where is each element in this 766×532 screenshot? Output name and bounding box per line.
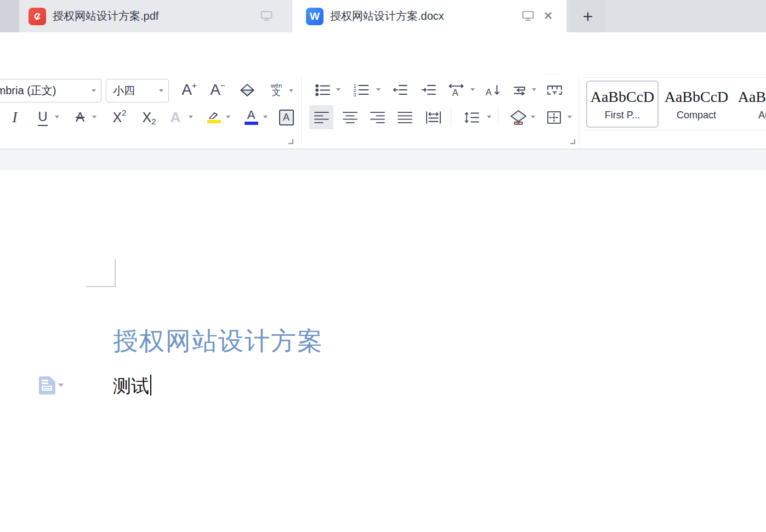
wps-writer-icon: W xyxy=(306,8,324,25)
phonetic-guide-pinyin-icon[interactable]: wén 文 xyxy=(265,78,287,102)
numbered-list-button[interactable]: 123 xyxy=(348,78,374,102)
presentation-monitor-icon[interactable] xyxy=(260,10,273,24)
sort-button[interactable]: A xyxy=(480,78,506,102)
highlight-color-button[interactable] xyxy=(202,105,226,129)
ribbon-menu-bar: » 开始 插入 页面布局 引用 审阅 视图 章节 Zotero 开发工具 › 查… xyxy=(0,32,766,74)
group-divider xyxy=(301,78,302,145)
character-scale-caret[interactable] xyxy=(470,88,475,91)
highlight-color-swatch xyxy=(207,120,221,123)
numbered-list-caret[interactable] xyxy=(376,88,381,91)
font-color-button[interactable]: A xyxy=(239,105,263,129)
strikethrough-button[interactable]: A xyxy=(69,105,91,129)
paragraph-layout-caret[interactable] xyxy=(58,384,64,387)
character-border-button[interactable]: A xyxy=(275,105,297,129)
underline-button[interactable]: U xyxy=(32,105,54,129)
borders-caret[interactable] xyxy=(568,116,572,118)
decrease-font-size-button[interactable]: A− xyxy=(205,78,230,102)
docx-tab-title: 授权网站设计方案.docx xyxy=(330,9,444,24)
wrap-marks-button[interactable] xyxy=(508,78,532,102)
paragraph-layout-icon[interactable] xyxy=(39,376,55,394)
document-tab-bar: 授权网站设计方案.pdf W 授权网站设计方案.docx ✕ + xyxy=(0,0,766,32)
svg-text:3: 3 xyxy=(353,92,356,97)
highlighter-pen-icon xyxy=(207,112,220,119)
align-right-button[interactable] xyxy=(365,105,389,129)
shading-caret[interactable] xyxy=(531,116,535,118)
pdf-tab-title: 授权网站设计方案.pdf xyxy=(53,9,158,24)
close-tab-icon[interactable]: ✕ xyxy=(543,8,553,24)
new-tab-button[interactable]: + xyxy=(570,0,605,32)
increase-font-size-button[interactable]: A+ xyxy=(177,78,202,102)
font-size-value: 小四 xyxy=(106,83,159,98)
superscript-button[interactable]: X2 xyxy=(106,105,133,129)
paragraph-group-dialog-launcher[interactable] xyxy=(570,139,575,144)
line-spacing-caret[interactable] xyxy=(487,116,491,118)
styles-gallery: AaBbCcD First P... AaBbCcD Compact AaBbC… xyxy=(583,77,766,130)
bullet-list-caret[interactable] xyxy=(336,88,341,91)
subscript-button[interactable]: X2 xyxy=(136,105,162,129)
shading-button[interactable] xyxy=(506,105,531,129)
small-divider xyxy=(498,108,498,127)
home-ribbon: Cambria (正文) 小四 A+ A− wén 文 I U xyxy=(0,74,766,149)
font-size-combo[interactable]: 小四 xyxy=(106,79,169,102)
wps-writer-window: 授权网站设计方案.pdf W 授权网站设计方案.docx ✕ + » 开始 插入 xyxy=(0,0,766,532)
small-divider xyxy=(451,108,451,127)
pinyin-caret[interactable] xyxy=(289,89,293,92)
bullet-list-button[interactable] xyxy=(310,78,334,102)
text-effects-caret[interactable] xyxy=(189,116,193,118)
tab-pdf-document[interactable]: 授权网站设计方案.pdf xyxy=(19,0,292,32)
tab-ruler-button[interactable] xyxy=(542,78,567,102)
decrease-indent-button[interactable] xyxy=(388,78,412,102)
page-margin-corner-mark xyxy=(87,286,116,287)
underline-caret[interactable] xyxy=(55,116,59,118)
clear-formatting-eraser-icon[interactable] xyxy=(235,78,260,102)
style-item-compact[interactable]: AaBbCcD Compact xyxy=(660,81,733,128)
font-name-value: Cambria (正文) xyxy=(0,83,92,98)
presentation-monitor-icon[interactable] xyxy=(522,10,535,24)
increase-indent-button[interactable] xyxy=(417,78,441,102)
strikethrough-caret[interactable] xyxy=(92,116,97,118)
document-heading: 授权网站设计方案 xyxy=(113,324,324,358)
plus-icon: + xyxy=(583,8,593,25)
wrap-marks-caret[interactable] xyxy=(532,88,536,91)
justify-button[interactable] xyxy=(393,105,417,129)
style-item-first-paragraph[interactable]: AaBbCcD First P... xyxy=(586,81,659,128)
character-scale-button[interactable]: A xyxy=(443,78,469,102)
document-canvas[interactable]: 授权网站设计方案 测试 xyxy=(0,170,766,532)
page-margin-corner-mark xyxy=(115,259,116,287)
align-center-button[interactable] xyxy=(338,105,362,129)
pdf-file-icon xyxy=(29,8,46,25)
svg-text:A: A xyxy=(485,87,492,96)
font-color-caret[interactable] xyxy=(263,116,268,118)
align-left-button[interactable] xyxy=(309,105,333,129)
tab-docx-document-active[interactable]: W 授权网站设计方案.docx ✕ xyxy=(292,0,566,32)
document-paragraph[interactable]: 测试 xyxy=(113,374,151,399)
text-cursor xyxy=(150,375,151,396)
svg-text:A: A xyxy=(452,87,459,96)
text-effects-button[interactable]: A xyxy=(164,105,186,129)
highlight-caret[interactable] xyxy=(226,116,230,118)
font-name-combo[interactable]: Cambria (正文) xyxy=(0,79,101,102)
style-item-auto[interactable]: AaBbCcD Aut... xyxy=(734,81,766,128)
borders-button[interactable] xyxy=(542,105,566,129)
font-group-dialog-launcher[interactable] xyxy=(288,139,293,144)
distribute-text-button[interactable] xyxy=(420,105,446,129)
window-edge-strip xyxy=(0,0,19,32)
group-divider xyxy=(579,78,580,145)
line-spacing-button[interactable] xyxy=(459,105,485,129)
font-size-caret[interactable] xyxy=(159,89,163,92)
font-color-swatch xyxy=(245,122,258,125)
italic-button[interactable]: I xyxy=(4,105,25,129)
font-name-caret[interactable] xyxy=(92,89,96,92)
document-top-margin-band xyxy=(0,149,766,170)
